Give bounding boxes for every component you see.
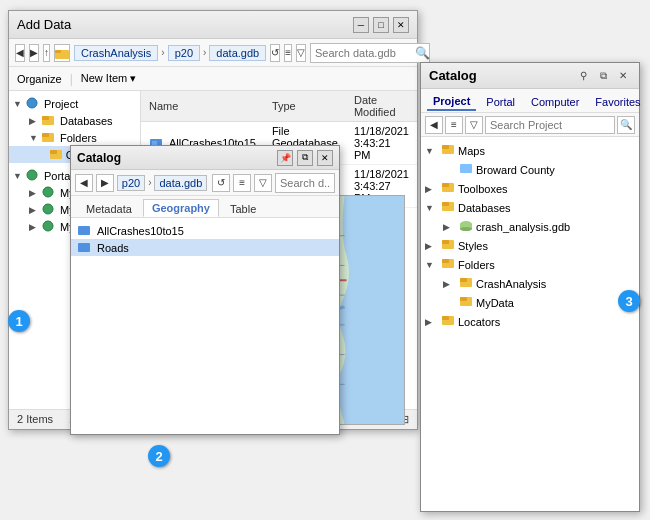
databases-label: Databases xyxy=(60,115,113,127)
databases-icon2 xyxy=(441,200,455,215)
tab-table[interactable]: Table xyxy=(221,200,265,217)
broward-label: Broward County xyxy=(476,164,555,176)
ci-item-name: AllCrashes10to15 xyxy=(97,225,184,237)
folders-icon xyxy=(41,131,57,144)
myc2-icon xyxy=(41,220,57,233)
breadcrumb-gdb-2[interactable]: data.gdb xyxy=(154,175,207,191)
svg-rect-55 xyxy=(442,316,449,320)
organize-button[interactable]: Organize xyxy=(17,73,62,85)
cr-item-broward[interactable]: Broward County xyxy=(421,160,639,179)
minimize-button[interactable]: ─ xyxy=(353,17,369,33)
close-catalog-button[interactable]: ✕ xyxy=(317,150,333,166)
cr-item-databases[interactable]: ▼ Databases xyxy=(421,198,639,217)
breadcrumb-crash[interactable]: CrashAnalysis xyxy=(74,45,158,61)
refresh-button[interactable]: ↺ xyxy=(270,44,280,62)
tab-project[interactable]: Project xyxy=(427,93,476,111)
close-button[interactable]: ✕ xyxy=(393,17,409,33)
badge-1: 1 xyxy=(8,310,30,332)
close-icon[interactable]: ✕ xyxy=(615,68,631,84)
catalog-search-input[interactable] xyxy=(490,119,610,131)
expand-icon: ▶ xyxy=(29,205,41,215)
breadcrumb-gdb[interactable]: data.gdb xyxy=(209,45,266,61)
folder-button[interactable] xyxy=(54,44,70,62)
maps-label: Maps xyxy=(458,145,485,157)
catalog-right-controls: ⚲ ⧉ ✕ xyxy=(575,68,631,84)
breadcrumb-p20[interactable]: p20 xyxy=(168,45,200,61)
tab-portal[interactable]: Portal xyxy=(480,94,521,110)
forward-btn2[interactable]: ▶ xyxy=(96,174,114,192)
tree-databases[interactable]: ▶ Databases xyxy=(9,112,140,129)
expand-icon: ▼ xyxy=(13,171,25,181)
window-controls: ─ □ ✕ xyxy=(353,17,409,33)
sort-btn[interactable]: ≡ xyxy=(233,174,251,192)
cr-item-locators[interactable]: ▶ Locators xyxy=(421,312,639,331)
ci-item-allcrashes[interactable]: AllCrashes10to15 xyxy=(71,222,339,239)
cr-item-styles[interactable]: ▶ Styles xyxy=(421,236,639,255)
svg-point-10 xyxy=(43,187,53,197)
cr-item-crashgdb[interactable]: ▶ crash_analysis.gdb xyxy=(421,217,639,236)
svg-rect-8 xyxy=(50,150,57,154)
search-input-2[interactable] xyxy=(280,177,380,189)
catalog-inner-list: AllCrashes10to15 Roads xyxy=(71,218,339,434)
cr-item-maps[interactable]: ▼ Maps xyxy=(421,141,639,160)
tab-metadata[interactable]: Metadata xyxy=(77,200,141,217)
cr-item-folders[interactable]: ▼ Folders xyxy=(421,255,639,274)
search-input[interactable] xyxy=(315,47,415,59)
myf-icon xyxy=(41,203,57,216)
col-type[interactable]: Type xyxy=(264,91,346,122)
filter-btn3[interactable]: ▽ xyxy=(465,116,483,134)
new-item-button[interactable]: New Item ▾ xyxy=(81,72,137,85)
locators-label: Locators xyxy=(458,316,500,328)
cr-item-toolboxes[interactable]: ▶ Toolboxes xyxy=(421,179,639,198)
pin-button[interactable]: 📌 xyxy=(277,150,293,166)
gdb-icon xyxy=(459,219,473,234)
back-btn3[interactable]: ◀ xyxy=(425,116,443,134)
catalog-search[interactable] xyxy=(485,116,615,134)
col-name[interactable]: Name xyxy=(141,91,264,122)
sort-btn3[interactable]: ≡ xyxy=(445,116,463,134)
up-button[interactable]: ↑ xyxy=(43,44,50,62)
maximize-button[interactable]: □ xyxy=(373,17,389,33)
catalog-right-title: Catalog xyxy=(429,68,477,83)
back-button[interactable]: ◀ xyxy=(15,44,25,62)
cr-item-crashanalysis[interactable]: ▶ CrashAnalysis xyxy=(421,274,639,293)
search-box[interactable]: 🔍 xyxy=(310,43,430,63)
col-date[interactable]: Date Modified xyxy=(346,91,417,122)
filter-btn2[interactable]: ▽ xyxy=(254,174,272,192)
tab-geography[interactable]: Geography xyxy=(143,199,219,217)
add-data-titlebar: Add Data ─ □ ✕ xyxy=(9,11,417,39)
search-box-2[interactable] xyxy=(275,173,335,193)
ci-item-roads[interactable]: Roads xyxy=(71,239,339,256)
filter-button[interactable]: ≡ xyxy=(284,44,292,62)
maps-icon xyxy=(441,143,455,158)
tab-computer[interactable]: Computer xyxy=(525,94,585,110)
svg-rect-18 xyxy=(78,243,90,252)
folders-icon2 xyxy=(441,257,455,272)
expand-icon: ▼ xyxy=(425,260,441,270)
float-button[interactable]: ⧉ xyxy=(297,150,313,166)
portal-label: Portal xyxy=(44,170,73,182)
filter2-button[interactable]: ▽ xyxy=(296,44,306,62)
tab-favorites[interactable]: Favorites xyxy=(589,94,646,110)
catalog-inner-toolbar: ◀ ▶ p20 › data.gdb ↺ ≡ ▽ xyxy=(71,170,339,196)
svg-rect-47 xyxy=(442,240,449,244)
toolboxes-label: Toolboxes xyxy=(458,183,508,195)
svg-point-12 xyxy=(43,221,53,231)
breadcrumb-bar: CrashAnalysis › p20 › data.gdb xyxy=(74,45,266,61)
breadcrumb-p20-2[interactable]: p20 xyxy=(117,175,145,191)
nav-toolbar: ◀ ▶ ↑ CrashAnalysis › p20 › data.gdb ↺ ≡… xyxy=(9,39,417,67)
float-icon[interactable]: ⧉ xyxy=(595,68,611,84)
refresh-btn2[interactable]: ↺ xyxy=(212,174,230,192)
cr-item-mydata[interactable]: MyData xyxy=(421,293,639,312)
tree-folders[interactable]: ▼ Folders xyxy=(9,129,140,146)
search-btn3[interactable]: 🔍 xyxy=(617,116,635,134)
tree-project[interactable]: ▼ Project xyxy=(9,95,140,112)
forward-button[interactable]: ▶ xyxy=(29,44,39,62)
catalog-right-tabs: Project Portal Computer Favorites ☰ xyxy=(421,89,639,113)
back-btn2[interactable]: ◀ xyxy=(75,174,93,192)
pin-icon[interactable]: ⚲ xyxy=(575,68,591,84)
expand-icon: ▶ xyxy=(443,279,459,289)
catalog-inner-title: Catalog xyxy=(77,151,121,165)
catalog-right-tree: ▼ Maps Broward County ▶ Toolboxes ▼ xyxy=(421,137,639,511)
organize-bar: Organize | New Item ▾ xyxy=(9,67,417,91)
